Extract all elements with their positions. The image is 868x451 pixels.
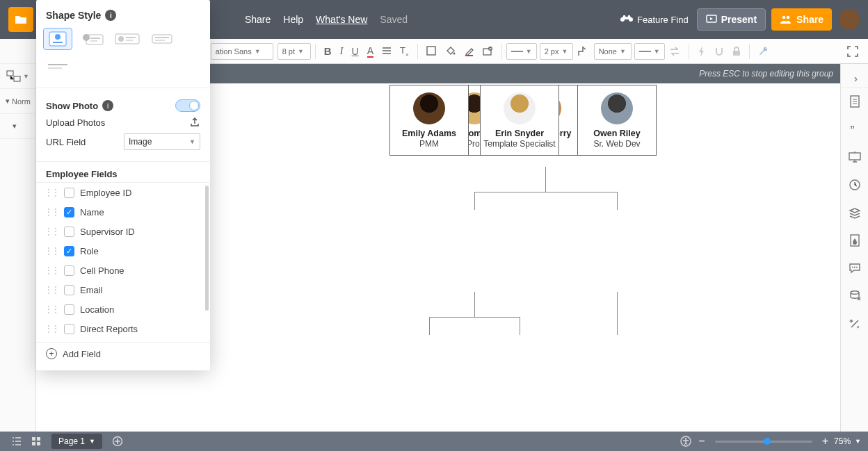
rail-comments-icon[interactable] [841,254,869,282]
shapes-panel-icon [6,70,22,83]
zoom-dropdown[interactable]: ▼ [855,438,861,445]
rail-ink-icon[interactable] [841,227,869,254]
drag-grip-icon[interactable]: ⋮⋮ [45,265,58,275]
shape-style-button[interactable] [479,42,497,61]
line-start-select[interactable]: None▼ [594,43,632,60]
info-icon[interactable]: i [102,100,113,111]
line-routing-button[interactable] [574,42,592,61]
upload-icon[interactable] [189,116,200,129]
menu-whats-new[interactable]: What's New [316,14,367,25]
action-bolt-button[interactable] [694,42,709,61]
field-checkbox[interactable] [64,227,74,237]
rail-quote-icon[interactable]: ” [841,115,869,143]
list-view-button[interactable] [7,432,26,451]
drag-grip-icon[interactable]: ⋮⋮ [45,246,58,256]
underline-button[interactable]: U [348,42,362,61]
field-row[interactable]: ⋮⋮Employee ID [36,183,210,202]
line-style-select[interactable]: ▼ [506,43,537,60]
collapse-rail-button[interactable]: ›› [841,69,869,88]
fullscreen-button[interactable] [844,42,862,61]
page-dropdown[interactable]: Page 1▼ [51,434,102,449]
zoom-in-button[interactable]: + [822,435,828,448]
svg-rect-34 [155,37,169,38]
field-checkbox[interactable] [64,265,74,276]
text-color-button[interactable]: A [364,42,377,61]
field-row[interactable]: ⋮⋮Direct Reports [36,319,210,338]
shapes-panel-button[interactable]: ▼ [0,64,35,89]
field-checkbox[interactable] [64,304,74,315]
drag-grip-icon[interactable]: ⋮⋮ [45,188,58,197]
bucket-icon [445,46,456,56]
style-options [36,28,210,88]
feature-find-button[interactable]: Feature Find [620,15,689,25]
line-end-select[interactable]: ▼ [634,43,665,60]
show-photo-toggle[interactable] [175,99,200,112]
field-row[interactable]: ⋮⋮Supervisor ID [36,222,210,241]
share-button[interactable]: Share [771,8,832,31]
style-option-4[interactable] [147,28,177,50]
field-checkbox[interactable] [64,246,74,256]
accessibility-button[interactable] [676,432,696,451]
field-checkbox[interactable] [64,207,74,218]
rail-magic-icon[interactable] [841,310,869,338]
rail-present-icon[interactable] [841,143,869,171]
org-node[interactable]: Erin Snyder Template Specialist [480,85,559,156]
add-page-button[interactable] [108,432,127,451]
rail-data-icon[interactable] [841,282,869,310]
outline-child[interactable]: ▾ [0,114,35,139]
field-checkbox[interactable] [64,285,74,295]
fill-button[interactable] [423,42,440,61]
field-row[interactable]: ⋮⋮Name [36,202,210,222]
drag-grip-icon[interactable]: ⋮⋮ [45,227,58,236]
drag-grip-icon[interactable]: ⋮⋮ [45,324,58,334]
org-node[interactable]: Owen Riley Sr. Web Dev [577,85,657,156]
pen-color-button[interactable] [460,42,478,61]
bold-button[interactable]: B [321,42,335,61]
style-option-3[interactable] [113,28,142,50]
lock-button[interactable] [729,42,744,61]
bucket-button[interactable] [442,42,459,61]
url-field-select[interactable]: Image▼ [124,133,200,150]
grid-view-button[interactable] [26,432,46,451]
add-field-button[interactable]: + Add Field [36,342,210,365]
field-row[interactable]: ⋮⋮Role [36,241,210,261]
menu-share[interactable]: Share [245,14,271,25]
field-row[interactable]: ⋮⋮Total Reports [36,338,210,342]
zoom-slider[interactable] [715,441,812,443]
rail-history-icon[interactable] [841,171,869,199]
scrollbar-thumb[interactable] [205,186,209,311]
menu-help[interactable]: Help [283,14,303,25]
zoom-out-button[interactable]: − [698,435,705,448]
svg-point-21 [851,291,859,295]
drag-grip-icon[interactable]: ⋮⋮ [45,304,58,314]
wrench-button[interactable] [755,42,773,61]
present-button[interactable]: Present [697,8,766,31]
align-button[interactable] [378,42,395,61]
org-node[interactable]: Emily Adams PMM [389,85,469,156]
field-row[interactable]: ⋮⋮Cell Phone [36,261,210,280]
left-sidebar: ▼ ▾ Norm ▾ [0,39,36,432]
user-avatar[interactable] [839,9,860,30]
style-option-2[interactable] [78,28,107,50]
drag-grip-icon[interactable]: ⋮⋮ [45,285,58,295]
style-option-5[interactable] [43,56,72,78]
clear-format-button[interactable]: T× [396,42,412,61]
rail-layers-icon[interactable] [841,199,869,227]
font-select[interactable]: ation Sans▼ [211,43,273,60]
field-row[interactable]: ⋮⋮Email [36,280,210,300]
drag-grip-icon[interactable]: ⋮⋮ [45,207,58,217]
app-logo[interactable] [8,7,33,32]
magnet-button[interactable] [711,42,728,61]
rail-doc-icon[interactable] [841,88,869,115]
swap-ends-button[interactable] [666,42,684,61]
fontsize-select[interactable]: 8 pt▼ [278,43,311,60]
italic-button[interactable]: I [337,42,347,61]
line-width-select[interactable]: 2 px▼ [540,43,573,60]
field-label: Direct Reports [80,324,138,334]
info-icon[interactable]: i [105,10,116,21]
outline-root[interactable]: ▾ Norm [0,89,35,114]
field-row[interactable]: ⋮⋮Location [36,300,210,319]
field-checkbox[interactable] [64,188,74,198]
field-checkbox[interactable] [64,324,74,334]
style-option-1[interactable] [43,28,72,50]
